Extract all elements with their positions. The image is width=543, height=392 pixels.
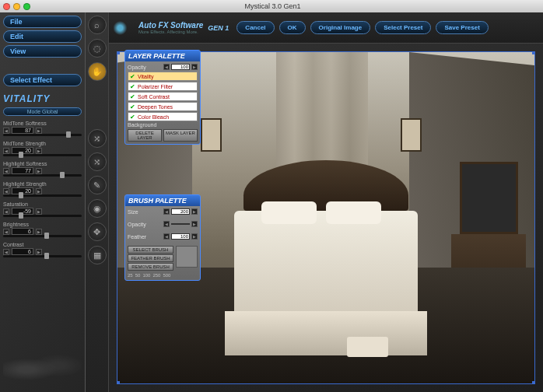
left-sidebar: File Edit View Select Effect VITALITY Mo… — [0, 12, 86, 392]
save-preset-button[interactable]: Save Preset — [436, 21, 488, 34]
slider-saturation: Saturation ◀-59▶ — [3, 201, 82, 217]
slider-highlight-strength: Highlight Strength ◀20▶ — [3, 181, 82, 197]
effect-name: VITALITY — [3, 93, 82, 104]
window-title: Mystical 3.0 Gen1 — [37, 2, 509, 10]
layer-item[interactable]: ✔Vitality — [128, 72, 198, 81]
select-preset-button[interactable]: Select Preset — [375, 21, 431, 34]
layer-palette[interactable]: LAYER PALETTE Opacity ◀ 100 ▶ ✔Vitality … — [124, 50, 201, 145]
original-image-button[interactable]: Original Image — [310, 21, 371, 34]
slider-track[interactable] — [3, 134, 82, 136]
selection-handle[interactable] — [532, 51, 535, 54]
window-titlebar: Mystical 3.0 Gen1 — [0, 0, 543, 12]
zoom-tool-icon[interactable]: ⌕ — [88, 16, 107, 34]
top-toolbar: Auto FX Software More Effects. Affecting… — [109, 12, 543, 44]
feather-brush-button[interactable]: FEATHER BRUSH — [128, 254, 173, 262]
wall-picture — [401, 118, 422, 152]
layer-palette-header[interactable]: LAYER PALETTE — [125, 51, 200, 61]
ok-button[interactable]: OK — [279, 21, 306, 34]
slider-contrast: Contrast ◀6▶ — [3, 242, 82, 257]
layer-item[interactable]: ✔Deepen Tones — [128, 102, 198, 111]
minimize-window-button[interactable] — [13, 3, 20, 10]
select-brush-button[interactable]: SELECT BRUSH — [128, 246, 173, 254]
slider-brightness: Brightness ◀6▶ — [3, 222, 82, 237]
bed — [234, 198, 418, 324]
view-menu[interactable]: View — [3, 45, 82, 58]
gen-badge: GEN 1 — [208, 24, 229, 32]
mask-layer-button[interactable]: MASK LAYER — [163, 129, 198, 142]
mode-button[interactable]: Mode Global — [3, 107, 82, 116]
delete-layer-button[interactable]: DELETE LAYER — [128, 129, 162, 142]
file-menu[interactable]: File — [3, 16, 82, 28]
wall-picture — [201, 118, 222, 152]
select-effect-button[interactable]: Select Effect — [3, 74, 82, 86]
remove-brush-button[interactable]: REMOVE BRUSH — [128, 263, 173, 271]
layer-item[interactable]: ✔Color Bleach — [128, 112, 198, 121]
check-icon: ✔ — [130, 73, 136, 79]
brush-tool-icon[interactable]: ✎ — [88, 176, 107, 194]
grid-tool-icon[interactable]: ▦ — [88, 246, 107, 264]
share-tool-icon[interactable]: ⤮ — [88, 129, 107, 148]
close-window-button[interactable] — [3, 3, 10, 10]
increment-icon[interactable]: ▶ — [36, 128, 42, 134]
tool-column: ⌕ ◌ ✋ ⤮ ⤭ ✎ ◉ ✥ ▦ — [86, 12, 109, 392]
shuffle-tool-icon[interactable]: ⤭ — [88, 152, 107, 171]
brush-palette[interactable]: BRUSH PALETTE Size◀200▶ Opacity◀▶ Feathe… — [124, 194, 201, 281]
target-tool-icon[interactable]: ◌ — [88, 39, 107, 58]
slider-midtone-strength: MidTone Strength ◀20▶ — [3, 141, 82, 156]
brand-logo: Auto FX Software More Effects. Affecting… — [114, 19, 229, 37]
zoom-window-button[interactable] — [23, 3, 30, 10]
brush-preview — [176, 246, 198, 268]
spiral-tool-icon[interactable]: ◉ — [88, 199, 107, 218]
hand-tool-icon[interactable]: ✋ — [88, 62, 107, 81]
logo-swirl-icon — [114, 19, 135, 37]
layer-item[interactable]: ✔Soft Contrast — [128, 92, 198, 101]
slider-highlight-softness: Highlight Softness ◀77▶ — [3, 161, 82, 177]
slider-midtone-softness: MidTone Softness ◀87▶ — [3, 121, 82, 136]
selection-handle[interactable] — [117, 381, 120, 384]
move-tool-icon[interactable]: ✥ — [88, 222, 107, 241]
edit-menu[interactable]: Edit — [3, 30, 82, 43]
brush-size-presets[interactable]: 25 50 100 250 500 — [128, 273, 198, 278]
towel — [347, 337, 389, 357]
decorative-swirl — [3, 350, 82, 389]
brush-palette-header[interactable]: BRUSH PALETTE — [125, 195, 200, 206]
mirror — [460, 162, 518, 235]
decrement-icon[interactable]: ◀ — [3, 128, 9, 134]
layer-item[interactable]: ✔Polarizer Filter — [128, 82, 198, 91]
selection-handle[interactable] — [532, 381, 535, 384]
cancel-button[interactable]: Cancel — [236, 21, 274, 34]
selection-handle[interactable] — [117, 51, 120, 54]
